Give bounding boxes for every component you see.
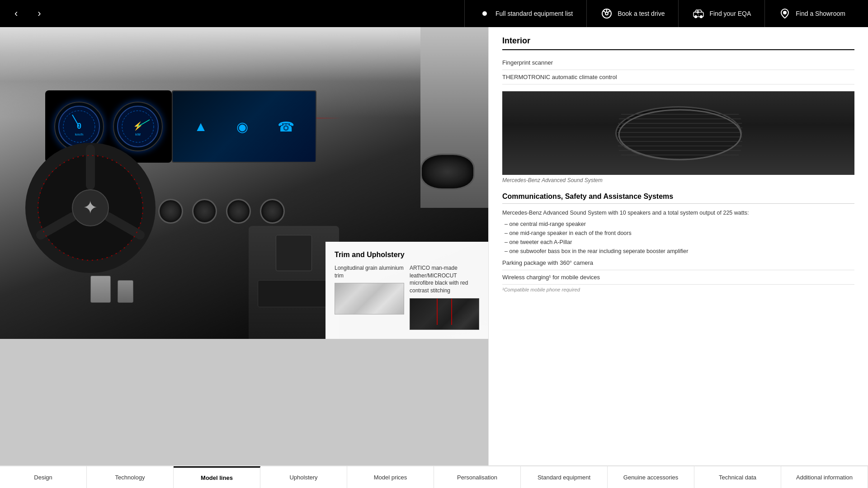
car-icon: ? xyxy=(692,7,705,20)
sound-caption: Mercedes-Benz Advanced Sound System xyxy=(502,177,854,183)
next-button[interactable]: › xyxy=(32,4,46,23)
vent-2 xyxy=(192,199,217,224)
svg-point-10 xyxy=(783,11,786,14)
find-eqa-label: Find your EQA xyxy=(709,10,751,17)
prev-button[interactable]: ‹ xyxy=(9,4,23,23)
nav-additional-info[interactable]: Additional information xyxy=(781,466,868,488)
trim-col-left: Longitudinal grain aluminium trim xyxy=(335,264,404,330)
find-showroom-label: Find a Showroom xyxy=(796,10,845,17)
gear-selector xyxy=(276,235,312,271)
right-air-vent xyxy=(420,154,475,190)
nav-model-prices[interactable]: Model prices xyxy=(347,466,434,488)
nav-model-lines[interactable]: Model lines xyxy=(174,466,260,488)
trim-label: Longitudinal grain aluminium trim xyxy=(335,264,404,280)
trim-upholstery-panel: Trim and Upholstery Longitudinal grain a… xyxy=(326,242,488,339)
svg-text:✦: ✦ xyxy=(83,197,98,217)
nav-upholstery[interactable]: Upholstery xyxy=(260,466,347,488)
header-actions: Full standard equipment list Book a test… xyxy=(464,0,859,27)
svg-line-3 xyxy=(603,11,605,12)
feature-parking: Parking package with 360° camera xyxy=(502,256,854,270)
feature-fingerprint: Fingerprint scanner xyxy=(502,56,854,70)
aluminium-swatch xyxy=(335,283,404,314)
trim-col-right: ARTICO man-made leather/MICROCUT microfi… xyxy=(410,264,479,330)
pedal-2 xyxy=(118,280,133,303)
find-showroom-link[interactable]: Find a Showroom xyxy=(764,0,859,27)
steering-wheel-icon xyxy=(600,7,613,20)
console-controls xyxy=(258,280,330,307)
media-icon: ◉ xyxy=(236,119,248,135)
trim-row: Longitudinal grain aluminium trim ARTICO… xyxy=(335,264,479,330)
svg-line-4 xyxy=(608,11,610,12)
feature-thermotronic: THERMOTRONIC automatic climate control xyxy=(502,70,854,84)
comms-list-item-1: – one mid-range speaker in each of the f… xyxy=(502,229,854,238)
nav-icon: ▲ xyxy=(194,119,208,134)
nav-standard-equipment[interactable]: Standard equipment xyxy=(521,466,608,488)
sound-system-image xyxy=(502,91,854,175)
test-drive-link[interactable]: Book a test drive xyxy=(586,0,678,27)
footnote: ¹Compatible mobile phone required xyxy=(502,287,854,292)
right-panel: Interior Fingerprint scanner THERMOTRONI… xyxy=(488,27,868,465)
vent-4 xyxy=(260,199,285,224)
car-interior: 0 km/h ⚡ kW xyxy=(0,27,488,339)
nav-technical-data[interactable]: Technical data xyxy=(694,466,781,488)
svg-text:kW: kW xyxy=(135,132,141,136)
comms-list-item-0: – one central mid-range speaker xyxy=(502,220,854,229)
feature-wireless-charging: Wireless charging¹ for mobile devices xyxy=(502,270,854,285)
comms-list-item-3: – one subwoofer bass box in the rear inc… xyxy=(502,247,854,256)
comms-list-item-2: – one tweeter each A-Pillar xyxy=(502,238,854,247)
nav-personalisation[interactable]: Personalisation xyxy=(434,466,521,488)
leather-swatch xyxy=(410,298,479,330)
vents-area xyxy=(158,199,285,224)
svg-point-6 xyxy=(695,16,697,18)
header: ‹ › Full standard equipment list Book a … xyxy=(0,0,868,27)
comms-section-title: Communications, Safety and Assistance Sy… xyxy=(502,192,854,204)
full-equipment-link[interactable]: Full standard equipment list xyxy=(464,0,586,27)
main-content: 0 km/h ⚡ kW xyxy=(0,27,868,465)
nav-genuine-accessories[interactable]: Genuine accessories xyxy=(608,466,694,488)
trim-title: Trim and Upholstery xyxy=(335,251,479,259)
bottom-nav: Design Technology Model lines Upholstery… xyxy=(0,465,868,488)
pedal-1 xyxy=(90,276,111,303)
svg-text:?: ? xyxy=(698,14,699,17)
speaker-grille xyxy=(615,106,742,160)
vent-1 xyxy=(158,199,183,224)
nav-design[interactable]: Design xyxy=(0,466,87,488)
phone-icon: ☎ xyxy=(278,119,294,135)
dot-icon xyxy=(478,7,491,20)
find-eqa-link[interactable]: ? Find your EQA xyxy=(678,0,764,27)
svg-point-7 xyxy=(700,16,703,18)
interior-section-title: Interior xyxy=(502,36,854,50)
svg-text:km/h: km/h xyxy=(75,132,84,136)
upholstery-label: ARTICO man-made leather/MICROCUT microfi… xyxy=(410,264,479,295)
svg-point-1 xyxy=(605,12,608,15)
vent-3 xyxy=(226,199,251,224)
nav-technology[interactable]: Technology xyxy=(87,466,174,488)
pedals-area xyxy=(90,276,133,303)
car-interior-image-area: 0 km/h ⚡ kW xyxy=(0,27,488,465)
comms-description: Mercedes-Benz Advanced Sound System with… xyxy=(502,208,854,217)
full-equipment-label: Full standard equipment list xyxy=(495,10,573,17)
steering-wheel-area: ✦ xyxy=(23,140,158,276)
infotainment-display: ▲ ◉ ☎ xyxy=(173,91,316,162)
infotainment-screen: ▲ ◉ ☎ xyxy=(172,90,316,163)
test-drive-label: Book a test drive xyxy=(618,10,665,17)
location-icon xyxy=(778,7,791,20)
